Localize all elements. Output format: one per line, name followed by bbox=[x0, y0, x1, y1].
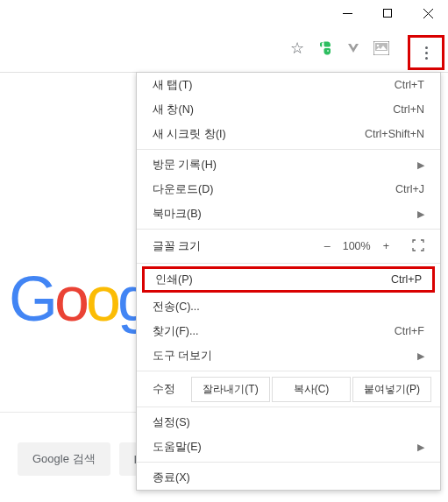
close-button[interactable] bbox=[408, 0, 448, 26]
menu-new-window[interactable]: 새 창(N) Ctrl+N bbox=[137, 97, 440, 122]
menu-separator bbox=[137, 263, 440, 264]
menu-find[interactable]: 찾기(F)... Ctrl+F bbox=[137, 319, 440, 343]
menu-shortcut: Ctrl+P bbox=[391, 273, 422, 286]
zoom-value: 100% bbox=[343, 240, 371, 252]
picture-icon[interactable] bbox=[373, 39, 390, 57]
zoom-out-button[interactable]: – bbox=[324, 240, 331, 252]
maximize-button[interactable] bbox=[367, 0, 408, 26]
chevron-right-icon: ▶ bbox=[417, 159, 424, 171]
menu-label: 새 탭(T) bbox=[153, 78, 395, 93]
menu-label: 방문 기록(H) bbox=[153, 158, 417, 173]
menu-label: 북마크(B) bbox=[153, 207, 417, 222]
menu-shortcut: Ctrl+Shift+N bbox=[365, 128, 424, 140]
menu-separator bbox=[137, 149, 440, 150]
menu-edit-row: 수정 잘라내기(T) 복사(C) 붙여넣기(P) bbox=[137, 374, 440, 404]
v-extension-icon[interactable] bbox=[345, 39, 362, 57]
menu-label: 수정 bbox=[146, 382, 189, 397]
chevron-right-icon: ▶ bbox=[417, 209, 424, 220]
menu-zoom: 글꼴 크기 – 100% + bbox=[137, 232, 440, 260]
menu-label: 글꼴 크기 bbox=[153, 239, 324, 254]
menu-label: 전송(C)... bbox=[153, 300, 424, 315]
menu-downloads[interactable]: 다운로드(D) Ctrl+J bbox=[137, 177, 440, 202]
menu-label: 종료(X) bbox=[153, 470, 424, 485]
svg-point-6 bbox=[377, 45, 380, 47]
evernote-icon[interactable] bbox=[316, 39, 334, 57]
menu-incognito[interactable]: 새 시크릿 창(I) Ctrl+Shift+N bbox=[137, 122, 440, 146]
menu-shortcut: Ctrl+J bbox=[395, 183, 424, 195]
chevron-right-icon: ▶ bbox=[417, 442, 424, 453]
menu-separator bbox=[137, 371, 440, 371]
menu-separator bbox=[137, 462, 440, 463]
menu-settings[interactable]: 설정(S) bbox=[137, 410, 440, 435]
menu-label: 찾기(F)... bbox=[153, 324, 395, 339]
menu-label: 도구 더보기 bbox=[153, 349, 417, 364]
menu-label: 새 창(N) bbox=[153, 103, 393, 117]
svg-rect-1 bbox=[384, 10, 392, 18]
menu-shortcut: Ctrl+T bbox=[395, 79, 424, 91]
menu-shortcut: Ctrl+F bbox=[395, 325, 424, 337]
menu-history[interactable]: 방문 기록(H) ▶ bbox=[137, 152, 440, 177]
copy-button[interactable]: 복사(C) bbox=[272, 377, 351, 402]
google-search-button[interactable]: Google 검색 bbox=[18, 442, 110, 476]
minimize-button[interactable] bbox=[327, 0, 367, 26]
zoom-in-button[interactable]: + bbox=[383, 240, 389, 252]
menu-new-tab[interactable]: 새 탭(T) Ctrl+T bbox=[137, 73, 440, 97]
menu-label: 인쇄(P) bbox=[155, 272, 193, 287]
menu-help[interactable]: 도움말(E) ▶ bbox=[137, 435, 440, 459]
menu-print-highlight[interactable]: 인쇄(P) Ctrl+P bbox=[142, 266, 435, 293]
chrome-menu: 새 탭(T) Ctrl+T 새 창(N) Ctrl+N 새 시크릿 창(I) C… bbox=[136, 72, 441, 491]
kebab-menu-icon[interactable] bbox=[425, 46, 428, 60]
menu-button-highlight bbox=[408, 35, 444, 70]
menu-separator bbox=[137, 407, 440, 407]
menu-shortcut: Ctrl+N bbox=[393, 103, 424, 116]
menu-separator bbox=[137, 229, 440, 230]
google-logo: Goog bbox=[9, 263, 149, 335]
menu-bookmarks[interactable]: 북마크(B) ▶ bbox=[137, 202, 440, 226]
menu-more-tools[interactable]: 도구 더보기 ▶ bbox=[137, 343, 440, 368]
cut-button[interactable]: 잘라내기(T) bbox=[191, 377, 270, 402]
star-icon[interactable]: ☆ bbox=[288, 39, 306, 57]
menu-label: 설정(S) bbox=[153, 415, 424, 430]
menu-label: 다운로드(D) bbox=[153, 182, 395, 197]
menu-exit[interactable]: 종료(X) bbox=[137, 465, 440, 490]
paste-button[interactable]: 붙여넣기(P) bbox=[352, 377, 431, 402]
menu-cast[interactable]: 전송(C)... bbox=[137, 294, 440, 319]
chevron-right-icon: ▶ bbox=[417, 350, 424, 362]
menu-label: 도움말(E) bbox=[153, 440, 417, 455]
menu-label: 새 시크릿 창(I) bbox=[153, 127, 365, 142]
fullscreen-icon[interactable] bbox=[412, 239, 424, 254]
